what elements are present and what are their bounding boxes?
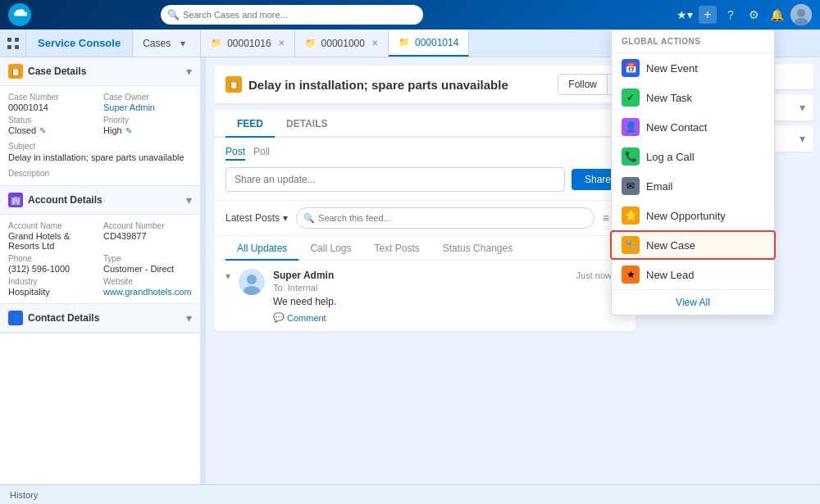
global-action-icon-2: 👤 — [622, 118, 640, 136]
global-actions-header: GLOBAL ACTIONS — [612, 30, 774, 53]
global-action-icon-4: ✉ — [622, 177, 640, 195]
global-action-icon-0: 📅 — [622, 59, 640, 77]
global-action-label-0: New Event — [646, 62, 698, 75]
global-action-label-6: New Case — [646, 239, 695, 252]
global-action-item-new-lead[interactable]: ★New Lead — [612, 260, 774, 289]
global-action-label-3: Log a Call — [646, 151, 695, 163]
global-actions-overlay: GLOBAL ACTIONS 📅New Event✓New Task👤New C… — [0, 0, 820, 504]
global-actions-panel: GLOBAL ACTIONS 📅New Event✓New Task👤New C… — [611, 30, 775, 316]
global-action-item-new-contact[interactable]: 👤New Contact — [612, 112, 774, 142]
global-action-label-1: New Task — [646, 92, 692, 104]
global-action-icon-7: ★ — [622, 266, 640, 284]
global-action-item-new-event[interactable]: 📅New Event — [612, 53, 774, 83]
global-action-item-new-task[interactable]: ✓New Task — [612, 83, 774, 112]
global-action-item-new-case[interactable]: 🔧New Case — [612, 230, 774, 260]
global-action-item-email[interactable]: ✉Email — [612, 171, 774, 201]
global-action-icon-3: 📞 — [622, 148, 640, 166]
global-action-icon-6: 🔧 — [622, 236, 640, 254]
global-action-label-7: New Lead — [646, 269, 695, 281]
global-action-item-new-opportunity[interactable]: ⭐New Opportunity — [612, 201, 774, 230]
view-all-section: View All — [612, 289, 774, 315]
global-action-item-log-a-call[interactable]: 📞Log a Call — [612, 142, 774, 171]
global-action-label-5: New Opportunity — [646, 210, 726, 222]
global-actions-items: 📅New Event✓New Task👤New Contact📞Log a Ca… — [612, 53, 774, 289]
global-action-label-2: New Contact — [646, 121, 707, 134]
global-action-icon-5: ⭐ — [622, 207, 640, 225]
view-all-link[interactable]: View All — [676, 297, 710, 308]
global-action-label-4: Email — [646, 180, 673, 193]
global-action-icon-1: ✓ — [622, 89, 640, 107]
